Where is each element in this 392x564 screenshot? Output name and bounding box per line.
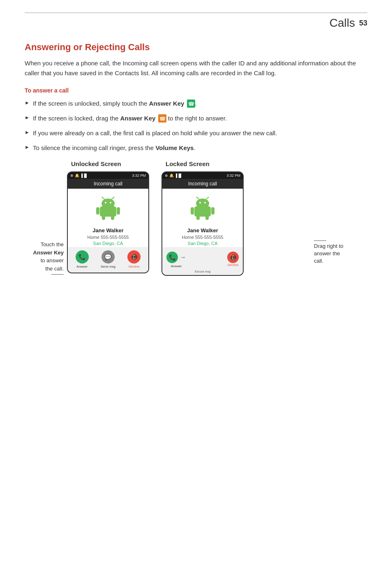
answer-label: Answer	[76, 265, 88, 268]
bullet-text-2: If the screen is locked, drag the Answer…	[33, 113, 227, 123]
svg-point-19	[204, 202, 206, 203]
left-annotation-text: Touch theAnswer Keyto answerthe call.	[33, 241, 64, 272]
unlocked-phone-mockup: ⊕ 🔔 ▐▐▌ 3:32 PM Incoming call	[67, 171, 149, 273]
unlocked-action-row: 📞 Answer 💬 Send msg 📵 Decline	[68, 247, 148, 273]
list-item: ► If the screen is unlocked, simply touc…	[25, 99, 367, 109]
svg-rect-26	[196, 216, 200, 220]
locked-status-left: ⊕ 🔔 ▐▐▌	[165, 173, 182, 178]
locked-answer-label: Answer	[171, 264, 182, 268]
locked-phone-section: Locked Screen ⊕ 🔔 ▐▐▌ 3:32 PM Incoming c…	[161, 160, 244, 276]
lock-answer-area: 📞 → Answer	[166, 250, 186, 268]
svg-point-21	[196, 197, 198, 198]
answer-key-label-1: Answer Key	[149, 100, 184, 107]
decline-icon: 📵	[127, 250, 141, 264]
list-item: ► If the screen is locked, drag the Answ…	[25, 113, 367, 123]
bullet-arrow: ►	[25, 99, 30, 107]
svg-text:☎: ☎	[188, 101, 194, 107]
bullet-list: ► If the screen is unlocked, simply touc…	[25, 99, 367, 153]
caller-phone-locked: Home 555-555-5555 San Diego, CA	[162, 234, 243, 247]
locked-status-time: 3:32 PM	[226, 173, 240, 178]
bullet-text-4: To silence the incoming call ringer, pre…	[33, 143, 196, 153]
section-title: Calls	[330, 16, 355, 30]
locked-answer-icon: 📞	[166, 252, 178, 263]
answer-button[interactable]: 📞 Answer	[76, 250, 89, 268]
screenshots-area: Touch theAnswer Keyto answerthe call. Un…	[25, 160, 367, 276]
svg-point-23	[208, 197, 209, 198]
svg-rect-27	[205, 216, 209, 220]
phone-screen: Incoming call	[68, 179, 148, 273]
right-annotation: Drag right toanswer thecall.	[314, 160, 367, 265]
caller-phone-unlocked: Home 555-555-5555 San Diego, CA	[68, 234, 148, 247]
caller-name-unlocked: Jane Walker	[68, 227, 148, 233]
answer-icon: 📞	[76, 250, 89, 264]
left-annotation: Touch theAnswer Keyto answerthe call.	[25, 160, 64, 275]
list-item: ► To silence the incoming call ringer, p…	[25, 143, 367, 153]
svg-rect-13	[117, 207, 120, 215]
android-robot-icon	[96, 196, 120, 221]
send-msg-label: Send msg	[101, 265, 115, 268]
bullet-text-3: If you were already on a call, the first…	[33, 128, 277, 138]
bullet-arrow: ►	[25, 143, 30, 151]
status-left: ⊕ 🔔 ▐▐▌	[70, 173, 88, 178]
sub-heading: To answer a call	[25, 87, 367, 94]
decline-label-unlocked: Decline	[129, 265, 140, 268]
locked-decline-icon: 📵	[227, 252, 239, 263]
locked-phone-mockup: ⊕ 🔔 ▐▐▌ 3:32 PM Incoming call	[161, 171, 244, 276]
bullet-arrow: ►	[25, 114, 30, 122]
right-arrow-icon: →	[180, 254, 186, 261]
svg-point-11	[113, 197, 115, 198]
unlocked-phone-section: Unlocked Screen ⊕ 🔔 ▐▐▌ 3:32 PM Incoming…	[67, 160, 149, 276]
svg-rect-15	[111, 216, 114, 220]
volume-keys-label: Volume Keys	[155, 144, 194, 151]
locked-action-row: 📞 → Answer 📵 Decline	[162, 247, 243, 270]
answer-key-icon-orange: ☎	[158, 114, 166, 123]
unlocked-screen-label: Unlocked Screen	[71, 160, 121, 167]
svg-rect-24	[191, 207, 194, 215]
locked-phone-screen: Incoming call	[162, 179, 243, 275]
answer-key-annotation: Answer Key	[33, 250, 64, 256]
send-msg-button[interactable]: 💬 Send msg	[101, 250, 115, 268]
svg-rect-14	[102, 216, 105, 220]
status-bar: ⊕ 🔔 ▐▐▌ 3:32 PM	[68, 172, 148, 179]
decline-button-unlocked[interactable]: 📵 Decline	[127, 250, 141, 268]
right-annotation-text: Drag right toanswer thecall.	[314, 243, 344, 264]
answer-key-icon-green: ☎	[187, 99, 195, 108]
locked-decline-label: Decline	[228, 263, 239, 267]
answer-key-label-2: Answer Key	[120, 115, 156, 122]
svg-text:☎: ☎	[159, 116, 165, 122]
locked-screen-label: Locked Screen	[166, 160, 210, 167]
intro-paragraph: When you receive a phone call, the Incom…	[25, 58, 367, 78]
main-heading: Answering or Rejecting Calls	[25, 42, 367, 53]
svg-point-5	[101, 199, 115, 208]
caller-location-locked: San Diego, CA	[188, 241, 218, 246]
svg-rect-12	[96, 207, 99, 215]
svg-point-6	[105, 202, 106, 203]
bullet-text-1: If the screen is unlocked, simply touch …	[33, 99, 197, 109]
incoming-call-bar: Incoming call	[68, 179, 148, 189]
svg-point-9	[102, 197, 103, 198]
drag-arrow-row: 📞 →	[166, 250, 186, 264]
locked-decline-area: 📵 Decline	[227, 252, 239, 267]
svg-point-17	[196, 199, 209, 208]
locked-android-robot-icon	[190, 196, 215, 221]
caller-name-locked: Jane Walker	[162, 227, 243, 233]
phones-container: Unlocked Screen ⊕ 🔔 ▐▐▌ 3:32 PM Incoming…	[67, 160, 311, 276]
svg-rect-25	[211, 207, 214, 215]
send-msg-icon: 💬	[101, 250, 115, 264]
svg-point-7	[110, 202, 111, 203]
locked-incoming-call-bar: Incoming call	[162, 179, 243, 189]
bullet-arrow: ►	[25, 129, 30, 136]
svg-point-18	[199, 202, 201, 203]
top-bar: Calls 53	[25, 12, 367, 30]
locked-status-bar: ⊕ 🔔 ▐▐▌ 3:32 PM	[162, 172, 243, 179]
page-number: 53	[359, 19, 367, 28]
status-time: 3:32 PM	[132, 173, 146, 178]
excuse-msg: Excuse msg	[162, 270, 243, 275]
caller-location-unlocked: San Diego, CA	[93, 241, 123, 246]
list-item: ► If you were already on a call, the fir…	[25, 128, 367, 138]
